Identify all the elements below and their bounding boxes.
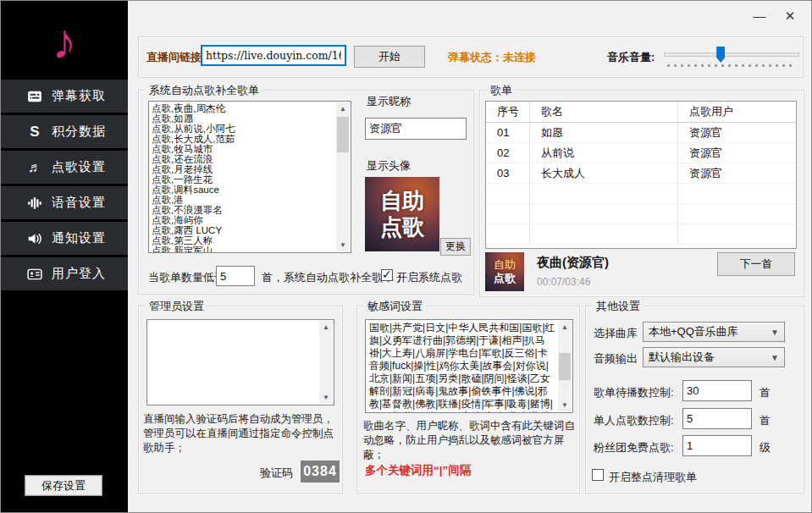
avatar-text-line1: 自助	[494, 258, 516, 272]
volume-slider-thumb[interactable]	[716, 47, 725, 63]
scroll-down-icon[interactable]: ▼	[336, 239, 350, 251]
table-cell	[530, 184, 678, 203]
table-cell: 资源官	[678, 143, 796, 163]
change-avatar-button[interactable]: 更换	[440, 238, 471, 256]
sensitive-hint-text: 多个关键词用“|”间隔	[365, 463, 577, 478]
column-header: 歌名	[530, 102, 678, 122]
speaker-icon	[26, 230, 43, 247]
table-cell: 02	[486, 143, 530, 163]
song-line[interactable]: 点歌,从前说,小阿七	[149, 124, 351, 134]
avatar-label: 显示头像	[367, 158, 411, 174]
per-user-limit-input[interactable]	[682, 408, 752, 429]
chevron-down-icon: ▼	[771, 353, 779, 362]
close-button[interactable]: ✕	[779, 6, 801, 26]
song-line[interactable]: 点歌,露西 LUCY	[149, 225, 351, 235]
table-cell	[530, 204, 678, 223]
song-line[interactable]: 点歌,还在流浪	[149, 154, 351, 164]
table-row[interactable]: 02从前说资源官	[486, 143, 796, 163]
listbox-scrollbar-thumb[interactable]	[337, 117, 349, 152]
table-cell: 01	[486, 123, 530, 142]
column-header: 点歌用户	[678, 102, 796, 122]
song-line[interactable]: 点歌,港	[149, 195, 351, 205]
audio-output-select[interactable]: 默认输出设备 ▼	[643, 347, 785, 367]
captcha-value-badge: 0384	[301, 461, 340, 483]
table-cell: 资源官	[678, 123, 796, 142]
nickname-input[interactable]	[365, 118, 467, 140]
id-card-icon	[26, 266, 43, 283]
now-playing-time: 00:07/03:46	[537, 276, 590, 288]
listbox-scrollbar[interactable]: ▲ ▼	[336, 102, 350, 251]
playlist-group-title: 歌单	[487, 83, 516, 98]
library-label: 选择曲库	[594, 326, 638, 341]
song-line[interactable]: 点歌,海屿你	[149, 215, 351, 225]
queue-limit-input[interactable]	[682, 380, 752, 401]
table-row[interactable]: 03长大成人资源官	[486, 163, 796, 184]
scroll-down-icon[interactable]: ▼	[558, 399, 572, 411]
fans-free-input[interactable]	[682, 435, 752, 456]
sidebar-item-notify-settings[interactable]: 通知设置	[1, 222, 128, 255]
playlist-table-body: 01如愿资源官02从前说资源官03长大成人资源官	[486, 123, 796, 245]
system-song-label: 开启系统点歌	[396, 270, 462, 285]
sensitive-scrollbar[interactable]: ▲ ▼	[558, 321, 572, 411]
avatar-text-line2: 点歌	[380, 214, 424, 240]
start-button[interactable]: 开始	[354, 46, 425, 68]
avatar-text-line1: 自助	[380, 188, 424, 214]
song-line[interactable]: 点歌,不浪漫罪名	[149, 205, 351, 215]
minimize-button[interactable]: —	[748, 6, 771, 26]
hourly-clear-label: 开启整点清理歌单	[609, 470, 697, 485]
scroll-up-icon[interactable]: ▲	[558, 321, 572, 334]
song-line[interactable]: 点歌,新定军山	[149, 245, 351, 253]
sensitive-scrollbar-thumb[interactable]	[559, 353, 571, 380]
sidebar-item-danmaku[interactable]: 弹幕获取	[1, 80, 128, 113]
scroll-down-icon[interactable]: ▼	[319, 391, 333, 404]
auto-song-listbox[interactable]: 点歌,夜曲,周杰伦点歌,如愿点歌,从前说,小阿七点歌,长大成人,范茹点歌,牧马城…	[148, 101, 351, 253]
queue-limit-label: 歌单待播数控制:	[594, 385, 674, 400]
hourly-clear-checkbox[interactable]	[592, 469, 604, 481]
volume-slider-track[interactable]	[664, 52, 799, 57]
other-settings-group-title: 其他设置	[593, 299, 644, 314]
threshold-prefix-label: 当歌单数量低于	[148, 270, 225, 285]
volume-slider-ticks	[667, 64, 796, 67]
table-cell: 资源官	[678, 163, 796, 183]
table-row	[486, 184, 796, 204]
next-song-button[interactable]: 下一首	[717, 252, 795, 276]
table-cell: 03	[486, 163, 530, 183]
minimize-icon: —	[754, 8, 766, 23]
close-icon: ✕	[785, 8, 796, 23]
sidebar-item-voice-settings[interactable]: 语音设置	[1, 186, 128, 219]
auto-playlist-group-title: 系统自动点歌补全歌单	[146, 83, 262, 98]
song-line[interactable]: 点歌,第三人称	[149, 235, 351, 245]
sidebar-item-points[interactable]: S 积分数据	[1, 115, 128, 148]
sidebar-item-user-login[interactable]: 用户登入	[1, 257, 128, 290]
song-line[interactable]: 点歌,牧马城市	[149, 144, 351, 154]
table-cell: 如愿	[530, 123, 678, 142]
danmaku-status-text: 弹幕状态：未连接	[448, 50, 536, 65]
song-line[interactable]: 点歌,调料sauce	[149, 185, 351, 195]
threshold-input[interactable]	[216, 266, 255, 286]
scroll-up-icon[interactable]: ▲	[336, 102, 350, 115]
admin-textarea[interactable]: ▲ ▼	[146, 319, 334, 405]
sensitive-words-text: 国歌|共产党|日文|中华人民共和国|国歌|红旗|义勇军进行曲|郭德纲|于谦|相声…	[366, 320, 572, 413]
sidebar-item-song-settings[interactable]: ♬ 点歌设置	[1, 151, 128, 184]
sidebar-item-label: 通知设置	[52, 230, 106, 246]
song-line[interactable]: 点歌,月老掉线	[149, 164, 351, 174]
table-row[interactable]: 01如愿资源官	[486, 123, 796, 143]
playlist-table: 序号歌名点歌用户 01如愿资源官02从前说资源官03长大成人资源官	[485, 101, 797, 249]
song-line[interactable]: 点歌,长大成人,范茹	[149, 134, 351, 144]
system-song-checkbox[interactable]	[381, 269, 393, 281]
save-settings-button[interactable]: 保存设置	[25, 475, 102, 496]
admin-scrollbar[interactable]: ▲ ▼	[319, 321, 333, 404]
sensitive-textarea[interactable]: 国歌|共产党|日文|中华人民共和国|国歌|红旗|义勇军进行曲|郭德纲|于谦|相声…	[365, 319, 573, 413]
live-link-input[interactable]	[201, 45, 346, 66]
song-line[interactable]: 点歌,夜曲,周杰伦	[149, 103, 351, 113]
table-cell	[486, 184, 530, 203]
volume-slider[interactable]	[664, 45, 799, 67]
admin-help-text: 直播间输入验证码后将自动成为管理员，管理员可以在直播间通过指定命令控制点歌助手；	[143, 412, 338, 455]
library-select[interactable]: 本地+QQ音乐曲库 ▼	[643, 322, 785, 342]
song-line[interactable]: 点歌,如愿	[149, 113, 351, 124]
library-selected-value: 本地+QQ音乐曲库	[649, 324, 738, 339]
song-line[interactable]: 点歌,一路生花	[149, 174, 351, 185]
sidebar-item-label: 弹幕获取	[52, 88, 106, 104]
scroll-up-icon[interactable]: ▲	[319, 321, 333, 334]
table-cell	[678, 204, 796, 223]
